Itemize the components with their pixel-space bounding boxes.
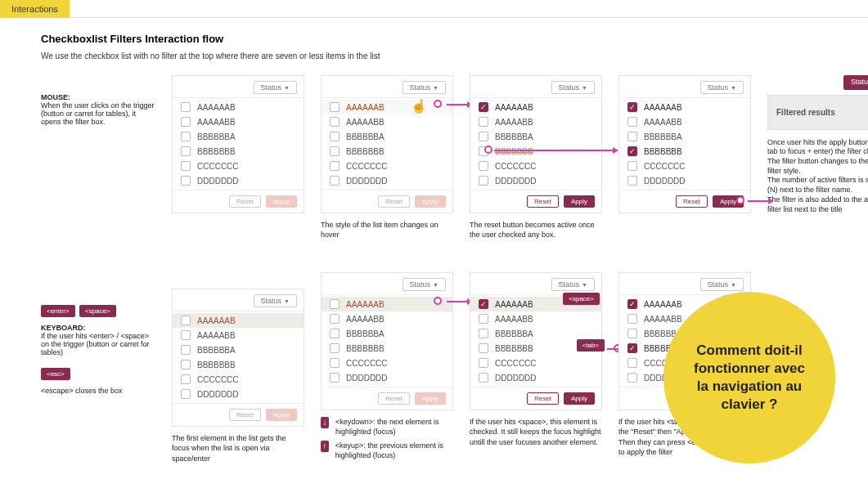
apply-button[interactable]: Apply <box>266 195 297 208</box>
list-item[interactable]: DDDDDDD <box>619 173 750 188</box>
status-button-active[interactable]: Status (2)▼ <box>843 75 868 90</box>
checkbox-icon[interactable] <box>330 146 340 156</box>
reset-button[interactable]: Reset <box>378 392 410 405</box>
apply-button[interactable]: Apply <box>415 392 446 405</box>
checkbox-icon[interactable]: ✓ <box>627 146 637 156</box>
list-item[interactable]: AAAAABB <box>470 114 601 129</box>
checkbox-icon[interactable] <box>627 314 637 324</box>
checkbox-icon[interactable]: ✓ <box>479 299 488 309</box>
checkbox-icon[interactable] <box>479 132 488 141</box>
list-item[interactable]: AAAAAAB <box>173 100 304 114</box>
checkbox-icon[interactable] <box>330 343 340 353</box>
checkbox-icon[interactable] <box>479 161 488 171</box>
list-item[interactable]: BBBBBBA <box>173 342 304 357</box>
list-item[interactable]: AAAAABB <box>173 328 304 342</box>
checkbox-icon[interactable] <box>330 373 340 383</box>
checkbox-icon[interactable] <box>181 374 191 384</box>
list-item[interactable]: CCCCCCC <box>619 159 750 173</box>
checkbox-icon[interactable] <box>181 360 191 369</box>
list-item[interactable]: CCCCCCC <box>322 356 452 370</box>
checkbox-icon[interactable] <box>181 132 191 141</box>
apply-button[interactable]: Apply <box>564 392 595 405</box>
checkbox-icon[interactable] <box>330 358 340 368</box>
apply-button[interactable]: Apply <box>415 195 446 208</box>
list-item[interactable]: AAAAABB <box>470 311 601 326</box>
checkbox-icon[interactable] <box>330 132 340 141</box>
list-item[interactable]: DDDDDDD <box>173 173 304 188</box>
list-item[interactable]: BBBBBBA <box>322 326 452 341</box>
list-item[interactable]: AAAAABB <box>322 311 452 326</box>
checkbox-icon[interactable] <box>181 161 191 171</box>
checkbox-icon[interactable] <box>181 117 191 127</box>
list-item[interactable]: AAAAABB <box>619 114 750 129</box>
status-button[interactable]: Status▼ <box>254 81 297 94</box>
list-item[interactable]: BBBBBBB <box>322 144 452 159</box>
checkbox-icon[interactable] <box>330 176 340 186</box>
reset-button[interactable]: Reset <box>527 195 559 208</box>
checkbox-icon[interactable] <box>181 316 191 325</box>
checkbox-icon[interactable] <box>181 146 191 156</box>
list-item[interactable]: DDDDDDD <box>470 370 601 385</box>
checkbox-icon[interactable] <box>627 329 637 338</box>
checkbox-icon[interactable] <box>627 132 637 141</box>
checkbox-icon[interactable] <box>181 176 191 186</box>
status-button[interactable]: Status▼ <box>700 81 744 94</box>
list-item[interactable]: CCCCCCC <box>470 356 601 370</box>
tab-interactions[interactable]: Interactions <box>0 0 70 18</box>
list-item[interactable]: ✓AAAAAAB <box>619 100 750 114</box>
checkbox-icon[interactable]: ✓ <box>479 102 488 112</box>
list-item[interactable]: ✓BBBBBBB <box>619 144 750 159</box>
checkbox-icon[interactable] <box>627 373 637 383</box>
status-button[interactable]: Status▼ <box>700 278 744 291</box>
list-item[interactable]: BBBBBBB <box>173 357 304 372</box>
list-item[interactable]: CCCCCCC <box>470 159 601 173</box>
reset-button[interactable]: Reset <box>229 409 261 421</box>
reset-button[interactable]: Reset <box>527 392 559 405</box>
checkbox-icon[interactable] <box>479 329 488 338</box>
checkbox-icon[interactable] <box>181 345 191 355</box>
list-item[interactable]: DDDDDDD <box>322 173 452 188</box>
checkbox-icon[interactable] <box>181 389 191 399</box>
list-item[interactable]: AAAAAAB <box>322 297 452 311</box>
checkbox-icon[interactable] <box>627 161 637 171</box>
list-item[interactable]: AAAAABB <box>322 114 452 129</box>
status-button[interactable]: Status▼ <box>403 81 446 94</box>
list-item[interactable]: DDDDDDD <box>173 387 304 401</box>
checkbox-icon[interactable] <box>479 176 488 186</box>
checkbox-icon[interactable] <box>627 176 637 186</box>
checkbox-icon[interactable] <box>330 329 340 338</box>
list-item[interactable]: BBBBBBA <box>322 129 452 144</box>
checkbox-icon[interactable] <box>330 102 340 112</box>
checkbox-icon[interactable]: ✓ <box>627 102 637 112</box>
checkbox-icon[interactable] <box>479 343 488 353</box>
reset-button[interactable]: Reset <box>676 195 708 208</box>
list-item[interactable]: AAAAAAB <box>322 100 452 114</box>
status-button[interactable]: Status▼ <box>551 278 595 291</box>
status-button[interactable]: Status▼ <box>551 81 595 94</box>
apply-button[interactable]: Apply <box>266 409 297 421</box>
checkbox-icon[interactable]: ✓ <box>627 299 637 309</box>
list-item[interactable]: BBBBBBA <box>619 129 750 144</box>
checkbox-icon[interactable] <box>479 358 488 368</box>
list-item[interactable]: BBBBBBB <box>173 144 304 159</box>
list-item[interactable]: BBBBBBB <box>322 341 452 356</box>
status-button[interactable]: Status▼ <box>254 294 297 307</box>
list-item[interactable]: DDDDDDD <box>322 370 452 385</box>
checkbox-icon[interactable] <box>330 117 340 127</box>
list-item[interactable]: CCCCCCC <box>173 159 304 173</box>
checkbox-icon[interactable] <box>181 330 191 340</box>
list-item[interactable]: BBBBBBA <box>173 129 304 144</box>
list-item[interactable]: AAAAAAB <box>173 313 304 328</box>
list-item[interactable]: DDDDDDD <box>470 173 601 188</box>
list-item[interactable]: AAAAABB <box>173 114 304 129</box>
apply-button[interactable]: Apply <box>564 195 595 208</box>
checkbox-icon[interactable] <box>330 299 340 309</box>
list-item[interactable]: CCCCCCC <box>322 159 452 173</box>
checkbox-icon[interactable] <box>479 373 488 383</box>
checkbox-icon[interactable]: ✓ <box>627 343 637 353</box>
list-item[interactable]: ✓AAAAAAB <box>470 100 601 114</box>
reset-button[interactable]: Reset <box>229 195 261 208</box>
checkbox-icon[interactable] <box>479 117 488 127</box>
list-item[interactable]: BBBBBBA <box>470 129 601 144</box>
reset-button[interactable]: Reset <box>378 195 410 208</box>
